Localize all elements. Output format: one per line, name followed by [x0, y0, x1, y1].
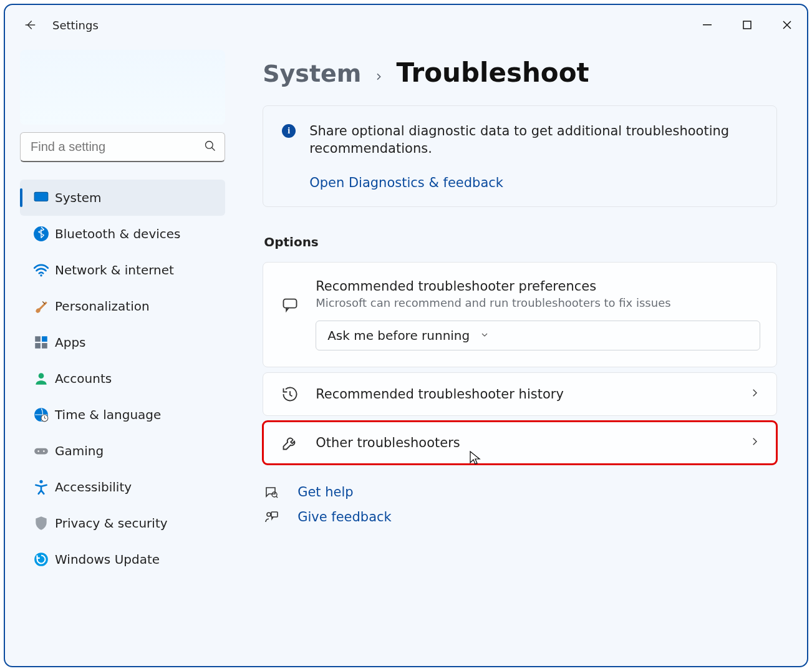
window-controls — [687, 5, 807, 45]
svg-rect-10 — [42, 343, 47, 349]
history-icon — [281, 385, 299, 403]
sidebar-item-apps[interactable]: Apps — [20, 324, 225, 360]
search-box[interactable] — [20, 132, 225, 162]
get-help-link[interactable]: Get help — [297, 485, 354, 500]
svg-point-2 — [206, 142, 213, 149]
breadcrumb: System Troubleshoot — [263, 57, 777, 88]
dropdown-value: Ask me before running — [327, 328, 470, 343]
close-button[interactable] — [767, 5, 807, 45]
sidebar: System Bluetooth & devices Network & int… — [5, 45, 240, 666]
open-diagnostics-link[interactable]: Open Diagnostics & feedback — [309, 175, 758, 190]
svg-rect-19 — [284, 299, 297, 307]
sidebar-item-system[interactable]: System — [20, 180, 225, 216]
sidebar-item-accounts[interactable]: Accounts — [20, 360, 225, 397]
info-banner: i Share optional diagnostic data to get … — [263, 105, 777, 207]
give-feedback-row[interactable]: Give feedback — [263, 509, 777, 524]
svg-point-16 — [43, 450, 45, 452]
card-recommended-preferences: Recommended troubleshooter preferences M… — [263, 262, 777, 367]
card-title: Recommended troubleshooter preferences — [316, 279, 760, 294]
search-icon — [204, 140, 216, 155]
gamepad-icon — [33, 443, 49, 459]
svg-rect-8 — [42, 336, 47, 342]
sidebar-item-privacy[interactable]: Privacy & security — [20, 505, 225, 541]
sidebar-item-label: Accounts — [55, 371, 112, 386]
options-heading: Options — [264, 234, 777, 249]
chevron-down-icon — [480, 328, 490, 343]
sidebar-item-label: Accessibility — [55, 480, 132, 495]
accessibility-icon — [33, 479, 49, 495]
card-troubleshooter-history[interactable]: Recommended troubleshooter history — [263, 372, 777, 416]
svg-rect-0 — [703, 24, 712, 26]
apps-icon — [33, 334, 49, 350]
paintbrush-icon — [33, 298, 49, 314]
sidebar-item-label: Bluetooth & devices — [55, 226, 181, 241]
titlebar: Settings — [5, 5, 807, 45]
card-title: Other troubleshooters — [316, 435, 734, 450]
get-help-row[interactable]: Get help — [263, 485, 777, 500]
profile-area — [20, 50, 225, 125]
help-icon — [263, 485, 280, 500]
card-other-troubleshooters[interactable]: Other troubleshooters — [263, 421, 777, 465]
give-feedback-link[interactable]: Give feedback — [297, 509, 392, 524]
svg-point-11 — [39, 373, 44, 379]
minimize-button[interactable] — [687, 5, 727, 45]
sidebar-item-label: Windows Update — [55, 552, 160, 567]
search-input[interactable] — [20, 132, 225, 162]
card-title: Recommended troubleshooter history — [316, 387, 734, 402]
system-icon — [33, 190, 49, 206]
bluetooth-icon — [33, 226, 49, 242]
svg-point-21 — [267, 513, 271, 516]
sidebar-item-time-language[interactable]: Time & language — [20, 397, 225, 433]
breadcrumb-current: Troubleshoot — [396, 57, 589, 88]
svg-point-6 — [40, 274, 42, 276]
sidebar-item-label: Personalization — [55, 299, 150, 314]
close-icon — [783, 21, 791, 29]
comment-icon — [281, 296, 299, 314]
sidebar-item-gaming[interactable]: Gaming — [20, 433, 225, 469]
sidebar-item-windows-update[interactable]: Windows Update — [20, 541, 225, 577]
sidebar-item-bluetooth[interactable]: Bluetooth & devices — [20, 216, 225, 252]
sidebar-item-label: Privacy & security — [55, 516, 168, 531]
sidebar-nav: System Bluetooth & devices Network & int… — [20, 180, 225, 577]
settings-window: Settings — [4, 4, 808, 667]
breadcrumb-parent[interactable]: System — [263, 60, 361, 87]
wifi-icon — [33, 262, 49, 278]
chevron-right-icon — [374, 68, 384, 85]
sidebar-item-label: Time & language — [55, 407, 161, 422]
sidebar-item-personalization[interactable]: Personalization — [20, 288, 225, 324]
globe-clock-icon — [33, 407, 49, 423]
sidebar-item-label: System — [55, 190, 102, 205]
shield-icon — [33, 515, 49, 531]
main-content: System Troubleshoot i Share optional dia… — [240, 45, 807, 666]
preferences-dropdown[interactable]: Ask me before running — [316, 321, 760, 350]
sidebar-item-accessibility[interactable]: Accessibility — [20, 469, 225, 505]
svg-rect-7 — [35, 336, 41, 342]
update-icon — [33, 551, 49, 567]
chevron-right-icon — [749, 387, 760, 401]
svg-rect-22 — [271, 512, 278, 517]
info-icon: i — [282, 124, 296, 138]
app-title: Settings — [52, 19, 99, 32]
person-icon — [33, 370, 49, 387]
maximize-button[interactable] — [727, 5, 767, 45]
svg-point-17 — [39, 480, 42, 483]
svg-rect-9 — [35, 343, 41, 349]
svg-rect-3 — [34, 192, 48, 201]
maximize-icon — [743, 21, 752, 29]
info-text: Share optional diagnostic data to get ad… — [309, 122, 758, 158]
sidebar-item-network[interactable]: Network & internet — [20, 252, 225, 288]
back-button[interactable] — [20, 15, 40, 35]
svg-rect-14 — [34, 448, 48, 455]
svg-rect-1 — [743, 21, 751, 29]
svg-point-20 — [272, 492, 277, 497]
sidebar-item-label: Network & internet — [55, 263, 174, 278]
cursor-icon — [469, 450, 481, 465]
sidebar-item-label: Gaming — [55, 443, 104, 458]
chevron-right-icon — [749, 436, 760, 450]
minimize-icon — [703, 21, 712, 29]
arrow-left-icon — [23, 18, 37, 32]
wrench-icon — [281, 434, 299, 451]
sidebar-item-label: Apps — [55, 335, 86, 350]
card-subtitle: Microsoft can recommend and run troubles… — [316, 296, 760, 309]
feedback-icon — [263, 509, 280, 524]
